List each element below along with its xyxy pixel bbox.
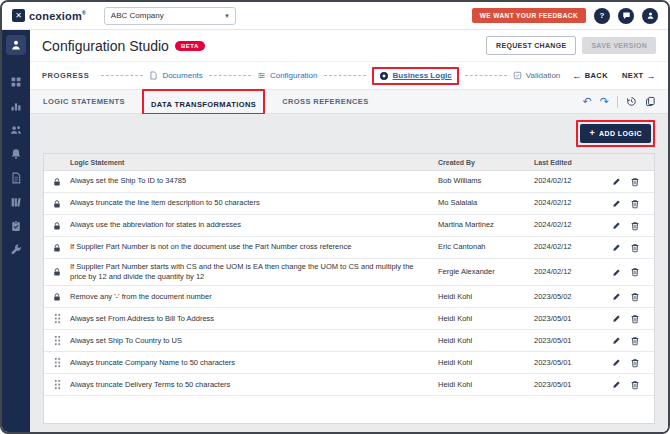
edit-button[interactable] — [612, 358, 621, 367]
edit-button[interactable] — [612, 292, 621, 301]
progress-bar: PROGRESS Documents Configuration — [30, 62, 668, 90]
tab-logic-statements[interactable]: LOGIC STATEMENTS — [42, 95, 126, 108]
beta-badge: BETA — [175, 41, 205, 51]
table-row: Always set the Ship To ID to 34785 Bob W… — [44, 171, 654, 193]
conexiom-logo-icon: ✕ — [12, 9, 25, 22]
save-version-button[interactable]: SAVE VERSION — [582, 37, 656, 54]
delete-button[interactable] — [630, 314, 640, 324]
table-row: Always truncate Delivery Terms to 50 cha… — [44, 374, 654, 396]
company-selector[interactable]: ABC Company ▾ — [104, 7, 236, 25]
delete-button[interactable] — [630, 177, 640, 187]
created-by-text: Eric Cantonah — [438, 242, 534, 252]
tab-data-transformations[interactable]: DATA TRANSFORMATIONS — [150, 98, 257, 111]
undo-icon: ↶ — [583, 95, 592, 107]
tab-bar: LOGIC STATEMENTS DATA TRANSFORMATIONS CR… — [30, 90, 668, 114]
next-button[interactable]: NEXT → — [622, 71, 656, 81]
delete-button[interactable] — [630, 292, 640, 302]
annotation-box-data-transformations: DATA TRANSFORMATIONS — [142, 89, 265, 115]
history-button[interactable] — [626, 96, 637, 107]
sidebar-item-notifications[interactable] — [9, 146, 24, 161]
lock-icon — [44, 177, 70, 187]
table-row: Always set From Address to Bill To Addre… — [44, 308, 654, 330]
trash-icon — [630, 358, 640, 368]
step-connector — [209, 75, 251, 76]
request-change-button[interactable]: REQUEST CHANGE — [486, 36, 576, 55]
content-area: + ADD LOGIC Logic Statement Created By L… — [30, 114, 668, 432]
delete-button[interactable] — [630, 358, 640, 368]
edit-button[interactable] — [612, 221, 621, 230]
trash-icon — [630, 292, 640, 302]
sidebar-item-profile[interactable] — [6, 35, 26, 55]
progress-step-business-logic[interactable]: Business Logic — [379, 71, 452, 81]
company-selector-value: ABC Company — [111, 11, 164, 20]
redo-button[interactable]: ↷ — [600, 96, 609, 107]
chat-button[interactable] — [618, 8, 634, 24]
last-edited-text: 2023/05/02 — [534, 292, 612, 302]
created-by-text: Mo Salalala — [438, 198, 534, 208]
step-connector — [324, 75, 366, 76]
chevron-down-icon: ▾ — [225, 12, 229, 20]
last-edited-text: 2024/02/12 — [534, 176, 612, 186]
delete-button[interactable] — [630, 336, 640, 346]
chat-icon — [622, 11, 631, 20]
sidebar-item-documents[interactable] — [9, 170, 24, 185]
lock-icon — [44, 292, 70, 302]
undo-button[interactable]: ↶ — [583, 96, 592, 107]
delete-button[interactable] — [630, 199, 640, 209]
column-header-last-edited: Last Edited — [534, 159, 612, 166]
drag-handle-icon[interactable] — [54, 335, 61, 346]
help-button[interactable]: ? — [594, 8, 610, 24]
delete-button[interactable] — [630, 267, 640, 277]
trash-icon — [630, 177, 640, 187]
trash-icon — [630, 336, 640, 346]
trash-icon — [630, 314, 640, 324]
edit-button[interactable] — [612, 268, 621, 277]
help-icon: ? — [600, 11, 605, 20]
edit-button[interactable] — [612, 177, 621, 186]
pencil-icon — [612, 358, 621, 367]
conexiom-logo: ✕ conexiom® — [12, 9, 86, 22]
trash-icon — [630, 267, 640, 277]
user-icon — [10, 39, 22, 51]
feedback-button[interactable]: WE WANT YOUR FEEDBACK — [472, 8, 586, 23]
edit-button[interactable] — [612, 380, 621, 389]
table-row: Always set Ship To Country to US Heidi K… — [44, 330, 654, 352]
edit-button[interactable] — [612, 314, 621, 323]
copy-version-button[interactable] — [645, 96, 656, 107]
sidebar-item-analytics[interactable] — [9, 98, 24, 113]
bar-chart-icon — [10, 100, 22, 112]
created-by-text: Bob Williams — [438, 176, 534, 186]
delete-button[interactable] — [630, 221, 640, 231]
edit-button[interactable] — [612, 243, 621, 252]
account-button[interactable] — [642, 8, 658, 24]
tab-cross-references[interactable]: CROSS REFERENCES — [281, 95, 369, 108]
step-connector — [465, 75, 507, 76]
history-icon — [626, 96, 637, 107]
table-row: Always use the abbreviation for states i… — [44, 215, 654, 237]
sidebar-item-tools[interactable] — [9, 242, 24, 257]
sidebar-item-library[interactable] — [9, 194, 24, 209]
drag-handle-icon[interactable] — [54, 379, 61, 390]
progress-step-configuration[interactable]: Configuration — [257, 71, 318, 80]
progress-step-documents[interactable]: Documents — [149, 71, 202, 80]
arrow-left-icon: ← — [572, 71, 581, 81]
plus-icon: + — [589, 129, 595, 138]
redo-icon: ↷ — [600, 95, 609, 107]
grid-icon — [10, 76, 22, 88]
created-by-text: Heidi Kohl — [438, 336, 534, 346]
clipboard-check-icon — [10, 220, 22, 232]
delete-button[interactable] — [630, 380, 640, 390]
progress-step-validation[interactable]: Validation — [513, 71, 561, 80]
delete-button[interactable] — [630, 243, 640, 253]
back-button[interactable]: ← BACK — [572, 71, 608, 81]
sidebar-item-team[interactable] — [9, 122, 24, 137]
drag-handle-icon[interactable] — [54, 357, 61, 368]
edit-button[interactable] — [612, 336, 621, 345]
brand-name: conexiom® — [29, 10, 86, 22]
drag-handle-icon[interactable] — [54, 313, 61, 324]
sidebar-item-tasks[interactable] — [9, 218, 24, 233]
add-logic-button[interactable]: + ADD LOGIC — [580, 124, 651, 143]
sidebar-item-dashboard[interactable] — [9, 74, 24, 89]
sliders-icon — [257, 71, 266, 80]
edit-button[interactable] — [612, 199, 621, 208]
